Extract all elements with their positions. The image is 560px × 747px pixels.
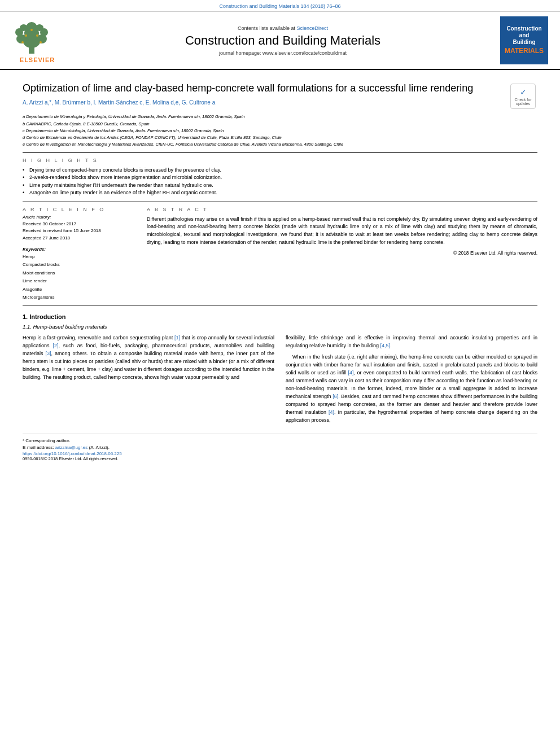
abstract-text: Different pathologies may arise on a wal… <box>147 216 537 247</box>
article-title: Optimization of lime and clay-based hemp… <box>23 81 505 95</box>
affiliations: a Departamento de Mineralogía y Petrolog… <box>23 113 537 147</box>
body-para-3: When in the fresh state (i.e. right afte… <box>286 353 537 424</box>
ref-4c[interactable]: [4] <box>329 409 334 415</box>
info-abstract-section: A R T I C L E I N F O Article history: R… <box>23 207 537 302</box>
body-para-2: flexibility, little shrinkage and is eff… <box>286 334 537 350</box>
corresponding-author-note: * Corresponding author. <box>23 438 537 444</box>
highlight-item-3: Lime putty maintains higher RH underneat… <box>23 182 537 190</box>
body-col-2: flexibility, little shrinkage and is eff… <box>286 334 537 427</box>
cbm-box: Construction and Building MATERIALS <box>500 16 548 64</box>
history-accepted: Accepted 27 June 2018 <box>23 235 135 242</box>
contents-available: Contents lists available at ScienceDirec… <box>71 25 495 31</box>
journal-center: Contents lists available at ScienceDirec… <box>71 25 495 56</box>
check-badge-label: Check for updates <box>512 98 534 106</box>
highlights-list: Drying time of compacted-hemp concrete b… <box>23 167 537 197</box>
svg-point-14 <box>40 41 42 43</box>
affiliation-e: e Centro de Investigación en Nanotecnolo… <box>23 141 537 147</box>
body-two-col: Hemp is a fast-growing, renewable and ca… <box>23 334 537 427</box>
svg-point-10 <box>25 34 27 37</box>
highlights-label: H I G H L I G H T S <box>23 158 537 163</box>
divider-3 <box>23 305 537 305</box>
sub-section-1-1-heading: 1.1. Hemp-based building materials <box>23 324 537 330</box>
article-title-block: Optimization of lime and clay-based hemp… <box>23 81 505 109</box>
ref-4-5[interactable]: [4,5] <box>380 343 391 348</box>
keywords-list: Hemp Compacted blocks Moist conditions L… <box>23 253 135 302</box>
body-section: 1. Introduction 1.1. Hemp-based building… <box>23 313 537 427</box>
top-bar: Construction and Building Materials 184 … <box>0 0 560 12</box>
highlights-section: H I G H L I G H T S Drying time of compa… <box>23 158 537 197</box>
ref-4b[interactable]: [4] <box>348 370 354 375</box>
check-for-updates: ✓ Check for updates <box>510 84 537 109</box>
affiliation-b: b CANNABRIC, Cañada Ojeda, 8 E-18500 Gua… <box>23 121 537 127</box>
article-history-label: Article history: <box>23 215 135 220</box>
divider-2 <box>23 202 537 202</box>
body-para-1: Hemp is a fast-growing, renewable and ca… <box>23 334 274 382</box>
affiliation-a: a Departamento de Mineralogía y Petrolog… <box>23 113 537 120</box>
journal-reference: Construction and Building Materials 184 … <box>219 3 340 9</box>
author-email[interactable]: arizzina@ugr.es <box>55 445 88 450</box>
elsevier-wordmark: ELSEVIER <box>9 56 65 63</box>
check-icon: ✓ <box>520 88 527 97</box>
email-line: E-mail address: arizzina@ugr.es (A. Ariz… <box>23 444 537 451</box>
abstract-section: A B S T R A C T Different pathologies ma… <box>147 207 537 302</box>
article-info: A R T I C L E I N F O Article history: R… <box>23 207 135 302</box>
page: Construction and Building Materials 184 … <box>0 0 560 747</box>
issn-line: 0950-0618/© 2018 Elsevier Ltd. All right… <box>23 456 537 461</box>
svg-point-11 <box>36 34 38 37</box>
journal-header: ELSEVIER Contents lists available at Sci… <box>0 12 560 70</box>
journal-homepage: journal homepage: www.elsevier.com/locat… <box>71 50 495 56</box>
divider-1 <box>23 152 537 153</box>
svg-point-8 <box>20 24 28 31</box>
history-received: Received 30 October 2017 <box>23 221 135 228</box>
journal-title: Construction and Building Materials <box>71 33 495 48</box>
keywords-label: Keywords: <box>23 247 135 252</box>
keyword-3: Moist conditions <box>23 269 135 277</box>
check-badge-box: ✓ Check for updates <box>510 84 536 109</box>
body-col-1: Hemp is a fast-growing, renewable and ca… <box>23 334 274 427</box>
keyword-2: Compacted blocks <box>23 261 135 269</box>
article-info-label: A R T I C L E I N F O <box>23 207 135 212</box>
article-authors: A. Arizzi a,*, M. Brümmer b, I. Martín-S… <box>23 99 505 106</box>
keyword-4: Lime render <box>23 277 135 285</box>
elsevier-tree-icon <box>9 18 54 54</box>
copyright: © 2018 Elsevier Ltd. All rights reserved… <box>147 250 537 256</box>
svg-point-12 <box>30 29 33 31</box>
affiliation-c: c Departamento de Microbiología, Univers… <box>23 128 537 134</box>
highlight-item-4: Aragonite on lime putty render is an evi… <box>23 189 537 197</box>
svg-point-13 <box>21 41 24 43</box>
cbm-logo: Construction and Building MATERIALS <box>500 16 551 64</box>
ref-1[interactable]: [1] <box>174 335 180 340</box>
ref-3[interactable]: [3] <box>45 351 51 356</box>
main-content: Optimization of lime and clay-based hemp… <box>0 70 560 467</box>
keyword-1: Hemp <box>23 253 135 261</box>
cbm-materials-label: MATERIALS <box>505 47 544 56</box>
keyword-5: Aragonite <box>23 286 135 294</box>
abstract-label: A B S T R A C T <box>147 207 537 212</box>
article-title-section: Optimization of lime and clay-based hemp… <box>23 81 537 109</box>
history-revised: Received in revised form 15 June 2018 <box>23 228 135 235</box>
affiliation-d: d Centro de Excelencia en Geotermia de l… <box>23 134 537 141</box>
ref-2[interactable]: [2] <box>53 343 58 348</box>
keyword-6: Microorganisms <box>23 294 135 302</box>
ref-6[interactable]: [6] <box>333 394 338 399</box>
cbm-title-line1: Construction and Building <box>506 25 541 46</box>
doi-link[interactable]: https://doi.org/10.1016/j.conbuildmat.20… <box>23 451 537 456</box>
elsevier-logo: ELSEVIER <box>9 18 65 63</box>
highlight-item-2: 2-weeks-rendered blocks show more intens… <box>23 174 537 182</box>
footer-section: * Corresponding author. E-mail address: … <box>23 434 537 461</box>
svg-point-9 <box>36 24 43 31</box>
highlight-item-1: Drying time of compacted-hemp concrete b… <box>23 167 537 174</box>
sciencedirect-link[interactable]: ScienceDirect <box>297 25 329 31</box>
section-1-heading: 1. Introduction <box>23 313 537 320</box>
